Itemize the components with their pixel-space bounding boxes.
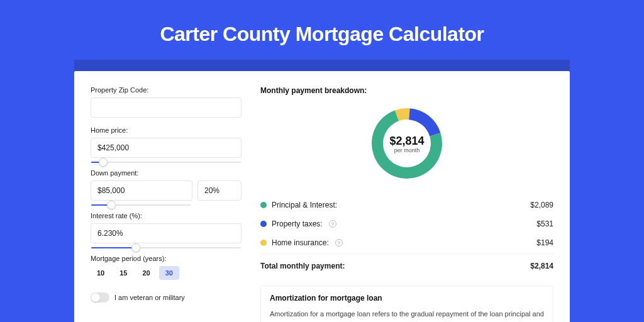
legend-row: Property taxes:?$531 [260, 214, 553, 233]
period-label: Mortgage period (years): [91, 255, 242, 262]
down-payment-slider[interactable] [91, 204, 191, 206]
down-payment-field: Down payment: [91, 169, 242, 206]
home-price-field: Home price: [91, 126, 242, 163]
veteran-row: I am veteran or military [91, 292, 242, 303]
legend-dot-icon [260, 202, 267, 208]
calculator-card: Property Zip Code: Home price: Down paym… [74, 71, 570, 322]
legend-dot-icon [260, 221, 267, 227]
down-payment-label: Down payment: [91, 169, 242, 177]
period-option-15[interactable]: 15 [113, 266, 133, 280]
help-icon[interactable]: ? [329, 220, 336, 228]
donut-center-sub: per month [394, 147, 420, 153]
legend-dot-icon [260, 240, 267, 246]
page-title: Carter County Mortgage Calculator [0, 0, 644, 46]
donut-slice [409, 108, 440, 136]
home-price-slider-thumb[interactable] [99, 158, 108, 167]
legend-list: Principal & Interest:$2,089Property taxe… [260, 196, 553, 252]
zip-label: Property Zip Code: [91, 86, 242, 94]
interest-rate-label: Interest rate (%): [91, 212, 242, 219]
period-option-30[interactable]: 30 [159, 266, 179, 280]
interest-rate-slider[interactable] [91, 247, 241, 248]
period-field: Mortgage period (years): 10152030 [91, 255, 242, 280]
breakdown-column: Monthly payment breakdown: $2,814per mon… [260, 86, 553, 322]
home-price-label: Home price: [91, 126, 242, 134]
period-options: 10152030 [91, 266, 242, 280]
down-payment-pct-input[interactable] [197, 180, 242, 201]
legend-label: Property taxes: [272, 219, 323, 228]
donut-center-amount: $2,814 [389, 135, 424, 147]
help-icon[interactable]: ? [335, 239, 343, 247]
legend-row: Home insurance:?$194 [260, 233, 553, 252]
period-option-20[interactable]: 20 [136, 266, 157, 280]
legend-label: Principal & Interest: [272, 201, 337, 209]
total-label: Total monthly payment: [260, 262, 345, 270]
legend-value: $2,089 [530, 201, 553, 209]
amortization-text: Amortization for a mortgage loan refers … [270, 309, 544, 322]
form-column: Property Zip Code: Home price: Down paym… [91, 86, 242, 322]
donut-chart: $2,814per month [260, 99, 553, 196]
home-price-slider[interactable] [91, 162, 241, 163]
interest-rate-slider-fill [91, 247, 136, 248]
total-value: $2,814 [530, 262, 553, 270]
amortization-box: Amortization for mortgage loan Amortizat… [260, 286, 553, 322]
veteran-toggle-label: I am veteran or military [114, 294, 185, 301]
period-option-10[interactable]: 10 [91, 266, 111, 280]
veteran-toggle[interactable] [91, 292, 109, 303]
donut-svg: $2,814per month [366, 103, 448, 184]
interest-rate-field: Interest rate (%): [91, 212, 242, 248]
interest-rate-slider-thumb[interactable] [131, 243, 140, 252]
legend-row: Principal & Interest:$2,089 [260, 196, 553, 214]
interest-rate-input[interactable] [91, 223, 242, 243]
legend-label: Home insurance: [272, 238, 329, 247]
legend-value: $194 [536, 238, 553, 247]
home-price-input[interactable] [91, 138, 242, 158]
down-payment-slider-thumb[interactable] [107, 201, 116, 209]
zip-field: Property Zip Code: [91, 86, 242, 118]
breakdown-title: Monthly payment breakdown: [260, 86, 553, 95]
card-outer: Property Zip Code: Home price: Down paym… [74, 60, 570, 322]
down-payment-input[interactable] [91, 180, 192, 201]
total-row: Total monthly payment: $2,814 [260, 257, 553, 275]
zip-input[interactable] [91, 97, 242, 118]
legend-value: $531 [536, 219, 553, 228]
amortization-title: Amortization for mortgage loan [270, 294, 544, 303]
divider [260, 253, 553, 254]
